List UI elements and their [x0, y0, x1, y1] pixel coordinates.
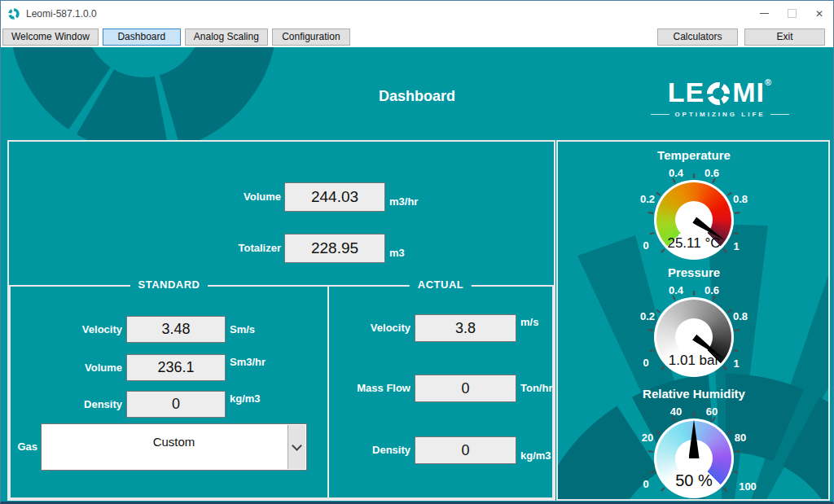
readings-panel: Volume 244.03 m3/hr Totalizer 228.95 m3 …	[7, 140, 555, 501]
scale-label: 100	[739, 480, 757, 493]
maximize-icon	[788, 9, 797, 18]
gauge-value: 1.01 bar	[654, 353, 734, 369]
tagline-line-left	[651, 114, 669, 115]
volume-row: Volume 244.03 m3/hr	[9, 182, 554, 212]
totalizer-label: Totalizer	[9, 234, 284, 263]
standard-density-unit: kg/m3	[230, 392, 261, 405]
actual-groupbox: ACTUAL Velocity 3.8 m/s Mass Flow 0 Ton/…	[327, 285, 554, 499]
brand-tagline: OPTIMIZING LIFE	[651, 111, 789, 118]
actual-velocity-label: Velocity	[329, 314, 415, 342]
window-title: Leomi-587.1.0.0	[26, 8, 750, 20]
calculators-button[interactable]: Calculators	[657, 28, 738, 46]
actual-massflow-label: Mass Flow	[329, 375, 415, 402]
logo-text-left: LE	[668, 77, 705, 108]
gauge-dial: 50 %	[654, 419, 734, 498]
standard-density-row: Density 0 kg/m3	[11, 391, 261, 418]
titlebar: Leomi-587.1.0.0 ✕	[1, 1, 833, 26]
gas-row: Gas Custom	[11, 423, 327, 471]
gauge-pressure: Pressure 0 0.2 0.4 0.6 0.8 1 1.01 bar	[612, 265, 775, 385]
gauges-panel: Temperature 0 0.2 0.4 0.6 0.8 1 25.11 °C…	[556, 140, 830, 501]
totalizer-field[interactable]: 228.95	[284, 234, 385, 263]
gauge-hub	[675, 318, 713, 356]
tab-analog-scaling[interactable]: Analog Scaling	[185, 28, 268, 46]
actual-density-row: Density 0 kg/m3	[329, 436, 551, 464]
actual-massflow-row: Mass Flow 0 Ton/hr	[329, 375, 552, 402]
minimize-icon	[760, 13, 769, 14]
standard-density-field[interactable]: 0	[126, 391, 226, 418]
gauge-value: 25.11 °C	[654, 235, 734, 252]
flow-section: Volume 244.03 m3/hr Totalizer 228.95 m3	[9, 142, 554, 285]
gauge-value: 50 %	[654, 471, 734, 490]
gauge-dial: 25.11 °C	[654, 180, 734, 260]
actual-velocity-unit: m/s	[520, 316, 538, 328]
volume-label: Volume	[9, 182, 284, 212]
maximize-button[interactable]	[778, 1, 805, 26]
standard-velocity-row: Velocity 3.48 Sm/s	[11, 316, 255, 343]
exit-button[interactable]: Exit	[744, 28, 825, 46]
tab-configuration[interactable]: Configuration	[272, 28, 350, 46]
brand-wordmark: LE MI ®	[651, 77, 789, 108]
chevron-down-icon	[292, 440, 302, 451]
volume-field[interactable]: 244.03	[284, 182, 385, 212]
app-window: Leomi-587.1.0.0 ✕ Welcome Window Dashboa…	[0, 0, 834, 504]
actual-velocity-row: Velocity 3.8 m/s	[329, 314, 538, 342]
gauge-title: Relative Humidity	[612, 387, 775, 401]
app-logo-icon	[7, 7, 20, 20]
gas-selected-value: Custom	[153, 435, 195, 449]
standard-groupbox-title: STANDARD	[130, 278, 208, 291]
tagline-text: OPTIMIZING LIFE	[674, 111, 765, 118]
standard-volume-label: Volume	[11, 354, 126, 381]
standard-groupbox: STANDARD Velocity 3.48 Sm/s Volume 236.1…	[9, 285, 329, 499]
standard-volume-row: Volume 236.1 Sm3/hr	[11, 354, 266, 381]
actual-massflow-field[interactable]: 0	[415, 375, 516, 402]
logo-o-icon	[706, 81, 731, 106]
actual-groupbox-title: ACTUAL	[410, 278, 472, 291]
actual-density-field[interactable]: 0	[415, 436, 516, 464]
actual-density-label: Density	[329, 436, 415, 464]
minimize-button[interactable]	[750, 1, 778, 26]
tab-dashboard[interactable]: Dashboard	[103, 28, 181, 46]
gas-select[interactable]: Custom	[41, 423, 307, 471]
groupboxes-row: STANDARD Velocity 3.48 Sm/s Volume 236.1…	[9, 285, 554, 499]
totalizer-unit: m3	[389, 247, 405, 259]
gauge-temperature: Temperature 0 0.2 0.4 0.6 0.8 1 25.11 °C	[612, 148, 775, 268]
close-button[interactable]: ✕	[805, 1, 833, 26]
close-icon: ✕	[815, 8, 823, 20]
gas-dropdown-button[interactable]	[288, 425, 305, 469]
volume-unit: m3/hr	[389, 195, 418, 208]
brand-logo: LE MI ® OPTIMIZING LIFE	[651, 77, 789, 118]
gauge-hub	[675, 201, 713, 239]
gauge-title: Pressure	[612, 265, 775, 279]
standard-velocity-field[interactable]: 3.48	[126, 316, 226, 343]
standard-velocity-label: Velocity	[11, 316, 126, 343]
logo-text-right: MI	[732, 77, 765, 108]
totalizer-row: Totalizer 228.95 m3	[9, 234, 554, 263]
actual-density-unit: kg/m3	[520, 449, 551, 462]
registered-mark: ®	[765, 77, 772, 87]
gas-label: Gas	[11, 423, 37, 471]
gauge-title: Temperature	[612, 148, 775, 162]
standard-volume-field[interactable]: 236.1	[126, 354, 226, 381]
dashboard-content: Dashboard LE MI ® OPTIMIZING LIFE Volum	[1, 47, 833, 502]
gauge-relative-humidity: Relative Humidity 0 20 40 60 80 100 50 %	[612, 387, 775, 501]
standard-velocity-unit: Sm/s	[230, 323, 255, 335]
actual-massflow-unit: Ton/hr	[520, 382, 552, 394]
gauge-dial: 1.01 bar	[654, 297, 734, 377]
actual-velocity-field[interactable]: 3.8	[415, 314, 516, 342]
standard-density-label: Density	[11, 391, 126, 418]
standard-volume-unit: Sm3/hr	[230, 356, 266, 368]
tabbar: Welcome Window Dashboard Analog Scaling …	[1, 26, 833, 47]
tab-welcome-window[interactable]: Welcome Window	[2, 28, 99, 46]
tagline-line-right	[770, 114, 789, 115]
